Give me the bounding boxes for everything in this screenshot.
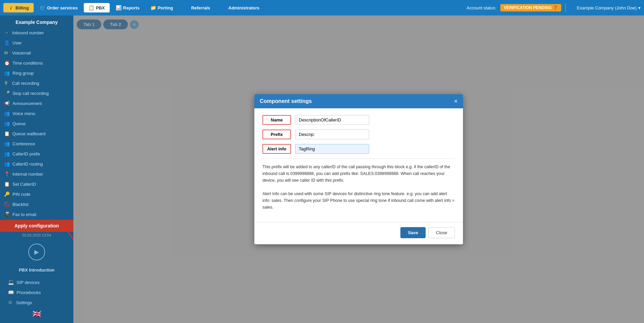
nav-billing-label: Billing <box>15 5 29 10</box>
blacklist-icon: 🚫 <box>4 202 10 207</box>
sidebar-item-settings[interactable]: ⚙ Settings <box>4 297 69 308</box>
sidebar-item-callerid-routing[interactable]: 👥 CallerID routing <box>0 159 73 169</box>
sidebar-item-conference[interactable]: 👥 Conference <box>0 139 73 149</box>
sidebar-item-user-label: User <box>12 40 22 45</box>
top-nav-right: Account status: VERIFICATION PENDING ❓ 👤… <box>467 3 641 13</box>
nav-order-services[interactable]: 🛒 Order services <box>35 3 82 12</box>
set-callerid-icon: 📋 <box>4 181 10 187</box>
nav-referrals[interactable]: 👤 Referrals <box>179 3 215 12</box>
sidebar-item-fax-to-email-label: Fax to email <box>12 212 36 217</box>
prefix-input[interactable] <box>295 130 369 139</box>
user-dropdown-icon: ▾ <box>638 5 641 10</box>
nav-administrators[interactable]: 👤 Administrators <box>216 3 264 12</box>
nav-pbx[interactable]: 📋 PBX <box>84 3 110 12</box>
sidebar-item-voicemail-label: Voicemail <box>12 50 31 56</box>
modal-body: Name Prefix Alert info Th <box>254 108 463 222</box>
nav-porting-label: Porting <box>158 5 173 10</box>
alert-info-label: Alert info <box>262 144 291 154</box>
account-status-label: Account status: <box>467 5 497 10</box>
apply-config-time: 03.03.2020 13:04 <box>0 232 73 239</box>
sidebar-company-name: Example Company <box>0 15 73 28</box>
phonebooks-icon: 📖 <box>8 290 14 295</box>
order-services-icon: 🛒 <box>40 5 45 10</box>
nav-reports-label: Reports <box>123 5 140 10</box>
modal-title: Component settings <box>260 98 312 104</box>
sidebar-item-callerid-routing-label: CallerID routing <box>12 162 43 167</box>
call-recording-icon: 🎙 <box>4 80 9 86</box>
apply-configuration-button[interactable]: Apply configuration <box>0 220 73 232</box>
sidebar-item-time-conditions[interactable]: ⏰ Time conditions <box>0 58 73 68</box>
nav-administrators-label: Administrators <box>228 5 259 10</box>
sidebar-item-inbound-number[interactable]: → Inbound number <box>0 28 73 38</box>
nav-billing[interactable]: 💰 Billing <box>3 3 34 12</box>
conference-icon: 👥 <box>4 141 10 146</box>
sidebar-item-time-conditions-label: Time conditions <box>12 61 43 66</box>
sidebar-item-call-recording[interactable]: 🎙 Call recording <box>0 78 73 88</box>
voice-menu-icon: 👥 <box>4 111 10 116</box>
user-info[interactable]: 👤 Example Company (John Doe) ▾ <box>570 5 641 10</box>
sidebar-item-sip-devices[interactable]: 💻 SIP devices <box>4 277 69 287</box>
nav-divider <box>565 3 566 13</box>
arrow-area: ▶ <box>0 239 73 265</box>
save-button[interactable]: Save <box>400 227 425 238</box>
reports-icon: 📊 <box>116 5 121 10</box>
alert-info-input[interactable] <box>295 144 369 154</box>
pbx-intro-label: PBX Introduction <box>0 265 73 275</box>
sidebar-item-callerid-prefix[interactable]: 👥 CallerID prefix <box>0 149 73 159</box>
play-button[interactable]: ▶ <box>28 244 45 260</box>
nav-reports[interactable]: 📊 Reports <box>111 3 144 12</box>
callerid-routing-icon: 👥 <box>4 161 10 167</box>
sidebar-item-voicemail[interactable]: ✉ Voicemail <box>0 48 73 58</box>
voicemail-icon: ✉ <box>4 50 9 56</box>
sidebar-item-inbound-number-label: Inbound number <box>12 30 44 35</box>
sidebar-item-blacklist-label: Blacklist <box>12 202 29 207</box>
sidebar-item-conference-label: Conference <box>12 141 35 146</box>
sidebar-item-queue-wallboard-label: Queue wallboard <box>12 131 45 136</box>
sidebar-item-call-recording-label: Call recording <box>12 81 39 86</box>
callerid-prefix-icon: 👥 <box>4 151 10 156</box>
sidebar-item-internal-number-label: Internal number <box>12 172 43 177</box>
inbound-number-icon: → <box>4 30 9 35</box>
queue-wallboard-icon: 📋 <box>4 131 10 136</box>
sidebar-item-queue[interactable]: 👥 Queue <box>0 118 73 129</box>
user-icon: 👤 <box>4 40 10 45</box>
sidebar-item-internal-number[interactable]: 📍 Internal number <box>0 169 73 179</box>
modal-close-button[interactable]: × <box>454 98 458 104</box>
nav-referrals-label: Referrals <box>191 5 210 10</box>
name-input[interactable] <box>295 115 369 125</box>
sidebar-item-sip-devices-label: SIP devices <box>16 280 39 285</box>
sidebar: Example Company → Inbound number 👤 User … <box>0 15 73 323</box>
sidebar-item-queue-wallboard[interactable]: 📋 Queue wallboard <box>0 129 73 139</box>
modal-footer: Save Close <box>254 222 463 244</box>
sidebar-item-set-callerid[interactable]: 📋 Set CallerID <box>0 179 73 189</box>
component-settings-modal: Component settings × Name Prefix <box>254 94 463 244</box>
referrals-icon: 👤 <box>184 5 189 10</box>
sidebar-item-fax-to-email[interactable]: 📠 Fax to email <box>0 209 73 219</box>
user-name: Example Company (John Doe) <box>577 5 637 10</box>
sidebar-item-stop-call-recording-label: Stop call recording <box>12 91 49 96</box>
sidebar-item-user[interactable]: 👤 User <box>0 38 73 48</box>
sidebar-item-stop-call-recording[interactable]: 🎤 Stop call recording <box>0 88 73 98</box>
sidebar-item-blacklist[interactable]: 🚫 Blacklist <box>0 199 73 209</box>
sidebar-item-set-callerid-label: Set CallerID <box>12 182 36 187</box>
announcement-icon: 📢 <box>4 101 10 106</box>
alert-info-field-row: Alert info <box>262 144 455 154</box>
flag-icon: 🇬🇧 <box>4 308 69 320</box>
sidebar-item-announcement[interactable]: 📢 Announcement <box>0 98 73 108</box>
name-field-row: Name <box>262 115 455 125</box>
nav-pbx-label: PBX <box>96 5 105 10</box>
porting-icon: 📁 <box>150 5 156 10</box>
pin-code-icon: 🔑 <box>4 191 10 197</box>
nav-porting[interactable]: 📁 Porting <box>146 3 178 12</box>
sidebar-item-ring-group[interactable]: 👥 Ring group <box>0 68 73 78</box>
verification-badge[interactable]: VERIFICATION PENDING ❓ <box>500 4 561 11</box>
user-avatar-icon: 👤 <box>570 5 575 10</box>
sidebar-item-pin-code[interactable]: 🔑 PIN code <box>0 189 73 199</box>
sidebar-item-phonebooks[interactable]: 📖 Phonebooks <box>4 287 69 297</box>
close-button[interactable]: Close <box>428 227 455 238</box>
ring-group-icon: 👥 <box>4 70 10 76</box>
sidebar-item-voice-menu[interactable]: 👥 Voice menu <box>0 108 73 118</box>
content-area: Tab 1 Tab 2 + Component settings × Name <box>73 15 644 323</box>
queue-icon: 👥 <box>4 121 10 126</box>
sidebar-item-ring-group-label: Ring group <box>12 71 34 76</box>
